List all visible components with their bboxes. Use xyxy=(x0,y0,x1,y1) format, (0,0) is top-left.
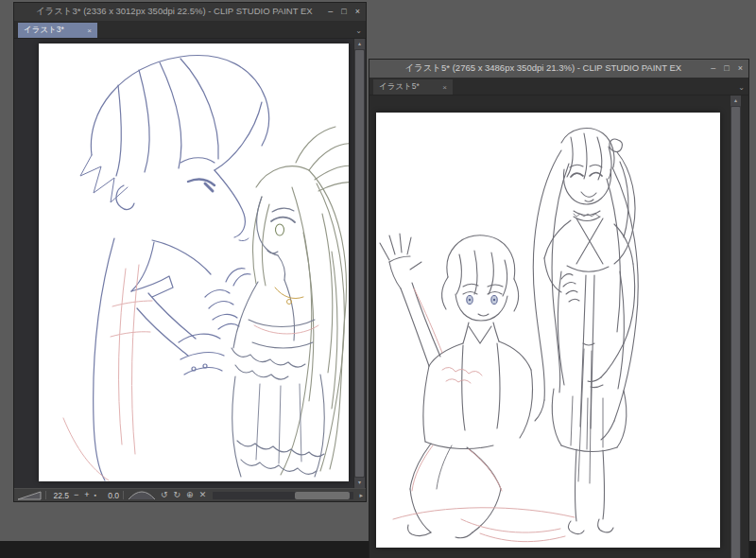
window-controls-right: – □ × xyxy=(711,64,743,73)
scroll-up-icon[interactable]: ▴ xyxy=(354,39,365,49)
scroll-down-icon[interactable]: ▾ xyxy=(354,478,365,488)
canvas-area-left[interactable]: ▴ ▾ xyxy=(14,39,366,488)
canvas-area-right[interactable]: ▴ ▾ xyxy=(369,96,748,558)
tab-list-chevron-icon[interactable]: ⌄ xyxy=(738,84,745,92)
vertical-scrollbar-right[interactable]: ▴ ▾ xyxy=(730,96,741,558)
reset-rotation-icon[interactable]: ⊕ xyxy=(185,491,195,499)
zoom-out-button[interactable]: − xyxy=(73,491,79,499)
tab-close-icon[interactable]: × xyxy=(433,83,447,92)
zoom-in-button[interactable]: + xyxy=(83,491,90,499)
scroll-thumb[interactable] xyxy=(731,107,740,558)
tab-label: イラスト5* xyxy=(379,81,420,93)
rotate-left-icon[interactable]: ↺ xyxy=(160,491,169,499)
titlebar-right[interactable]: イラスト5* (2765 x 3486px 350dpi 21.3%) - CL… xyxy=(369,60,748,78)
reset-view-icon[interactable]: ✕ xyxy=(198,491,208,499)
horizontal-scroll-thumb[interactable] xyxy=(295,492,350,499)
scroll-up-icon[interactable]: ▴ xyxy=(730,96,741,106)
tab-list-chevron-icon[interactable]: ⌄ xyxy=(355,27,362,35)
window-illustration-5: イラスト5* (2765 x 3486px 350dpi 21.3%) - CL… xyxy=(369,59,749,558)
tabbar-right: イラスト5* × ⌄ xyxy=(369,78,748,96)
horizontal-scrollbar[interactable] xyxy=(213,492,353,499)
tab-illustration-3[interactable]: イラスト3* × xyxy=(18,23,97,38)
maximize-button[interactable]: □ xyxy=(341,8,346,16)
window-title-left: イラスト3* (2336 x 3012px 350dpi 22.5%) - CL… xyxy=(20,6,328,18)
canvas-page-right[interactable] xyxy=(376,113,720,548)
fit-to-screen-button[interactable]: ▪ xyxy=(94,492,96,498)
scroll-right-icon[interactable]: ▸ xyxy=(359,492,363,498)
minimize-button[interactable]: – xyxy=(711,64,715,73)
maximize-button[interactable]: □ xyxy=(724,64,729,73)
divider xyxy=(45,491,46,499)
zoom-slider[interactable] xyxy=(17,491,42,500)
vertical-scrollbar-left[interactable]: ▴ ▾ xyxy=(353,39,365,488)
left-canvas-artwork xyxy=(39,44,349,481)
rotation-value: 0.0 xyxy=(100,491,119,500)
rotate-right-icon[interactable]: ↻ xyxy=(173,491,182,499)
minimize-button[interactable]: – xyxy=(328,8,333,16)
window-illustration-3: イラスト3* (2336 x 3012px 350dpi 22.5%) - CL… xyxy=(13,2,367,502)
right-canvas-artwork xyxy=(376,113,720,548)
divider xyxy=(123,491,124,499)
desktop: イラスト3* (2336 x 3012px 350dpi 22.5%) - CL… xyxy=(0,0,756,558)
tab-close-icon[interactable]: × xyxy=(77,26,92,35)
zoom-value: 22.5 xyxy=(50,491,69,500)
tab-illustration-5[interactable]: イラスト5* × xyxy=(373,79,453,95)
canvas-page-left[interactable] xyxy=(39,44,349,481)
titlebar-left[interactable]: イラスト3* (2336 x 3012px 350dpi 22.5%) - CL… xyxy=(14,3,366,21)
tabbar-left: イラスト3* × ⌄ xyxy=(14,21,366,39)
close-button[interactable]: × xyxy=(355,8,360,16)
statusbar-left: 22.5 − + ▪ 0.0 ↺ ↻ ⊕ ✕ ▸ xyxy=(14,488,366,501)
tab-label: イラスト3* xyxy=(24,25,64,36)
window-title-right: イラスト5* (2765 x 3486px 350dpi 21.3%) - CL… xyxy=(375,62,711,75)
scroll-thumb[interactable] xyxy=(355,50,364,477)
close-button[interactable]: × xyxy=(738,64,743,73)
rotation-slider[interactable] xyxy=(128,491,156,500)
window-controls-left: – □ × xyxy=(328,8,360,16)
